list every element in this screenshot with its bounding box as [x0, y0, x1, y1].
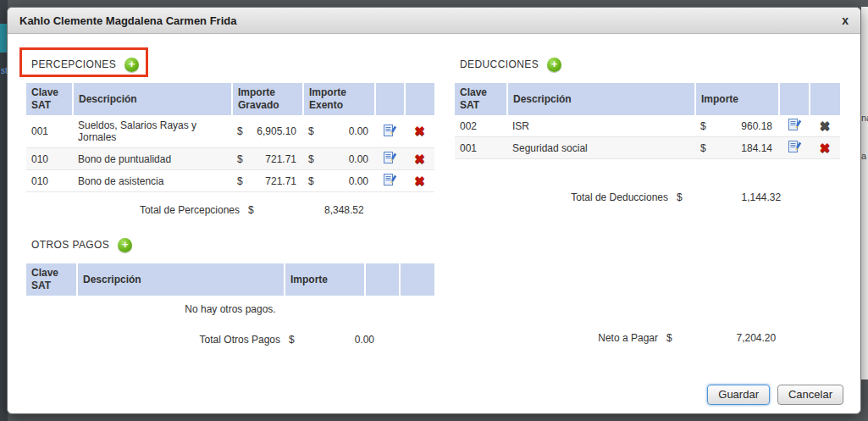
cell-descripcion: Bono de asistencia	[73, 170, 232, 192]
cell-importe: $960.18	[700, 120, 774, 132]
currency-sign: $	[237, 153, 243, 165]
col-header-edit	[779, 83, 810, 115]
cell-importe: $184.14	[700, 142, 774, 154]
total-deducciones-value: 1,144.32	[683, 191, 840, 203]
currency-sign: $	[237, 125, 243, 137]
currency-sign: $	[666, 332, 672, 344]
cell-clave: 010	[26, 170, 73, 192]
col-header-clave-sat: Clave SAT	[26, 263, 77, 296]
cell-importe-gravado: $6,905.10	[237, 125, 298, 137]
col-header-edit	[365, 263, 400, 296]
edit-icon[interactable]	[788, 140, 802, 153]
percepciones-header-row: Clave SAT Descripción Importe Gravado Im…	[26, 83, 434, 115]
col-header-edit	[375, 83, 405, 115]
total-percepciones-label: Total de Percepciones	[26, 204, 240, 216]
cell-importe-gravado: $721.71	[237, 153, 298, 165]
cell-importe-exento: $0.00	[308, 125, 370, 137]
currency-sign: $	[700, 142, 706, 154]
cell-clave: 002	[455, 115, 507, 137]
cancel-button[interactable]: Cancelar	[777, 385, 843, 405]
col-header-importe-exento: Importe Exento	[303, 83, 375, 115]
percepciones-section-header: PERCEPCIONES	[26, 54, 139, 75]
percepciones-table: Clave SAT Descripción Importe Gravado Im…	[26, 83, 434, 192]
otros-pagos-title: OTROS PAGOS	[31, 239, 109, 251]
currency-sign: $	[700, 120, 706, 132]
col-header-delete	[400, 263, 434, 296]
cell-importe-gravado: $721.71	[237, 175, 298, 187]
deducciones-table: Clave SAT Descripción Importe 002 ISR $9…	[455, 83, 840, 159]
modal-title: Kahlo Clemente Magdalena Carmen Frida	[19, 14, 842, 27]
col-header-delete	[810, 83, 840, 115]
currency-sign: $	[308, 175, 314, 187]
total-otros-pagos-label: Total Otros Pagos	[26, 334, 280, 346]
table-row: 002 ISR $960.18	[455, 115, 840, 137]
deducciones-title: DEDUCCIONES	[460, 58, 539, 70]
amount: 721.71	[265, 175, 298, 187]
modal-body: PERCEPCIONES Clave SAT Descripción Impor…	[8, 34, 860, 346]
cell-importe-exento: $0.00	[308, 175, 370, 187]
otros-pagos-table: Clave SAT Descripción Importe	[26, 263, 434, 296]
col-header-clave-sat: Clave SAT	[455, 83, 507, 115]
otros-pagos-header-row: Clave SAT Descripción Importe	[26, 263, 434, 296]
amount: 0.00	[349, 153, 370, 165]
col-header-descripcion: Descripción	[507, 83, 695, 115]
cell-importe-exento: $0.00	[308, 153, 370, 165]
edit-icon[interactable]	[383, 173, 397, 186]
table-row: 010 Bono de asistencia $721.71 $0.00	[26, 170, 434, 192]
percepciones-title: PERCEPCIONES	[31, 58, 116, 70]
col-header-delete	[405, 83, 434, 115]
table-row: 001 Seguridad social $184.14	[455, 137, 840, 159]
otros-pagos-section-header: OTROS PAGOS	[26, 235, 132, 255]
amount: 721.71	[265, 153, 298, 165]
amount: 0.00	[349, 175, 370, 187]
otros-pagos-empty-message: No hay otros pagos.	[26, 296, 434, 320]
delete-icon[interactable]	[414, 125, 425, 137]
neto-a-pagar-value: 7,204.20	[672, 332, 840, 344]
save-button[interactable]: Guardar	[707, 385, 770, 405]
percepciones-column: PERCEPCIONES Clave SAT Descripción Impor…	[26, 54, 434, 346]
edit-icon[interactable]	[788, 118, 802, 131]
neto-a-pagar-row: Neto a Pagar $ 7,204.20	[455, 332, 840, 344]
total-percepciones-row: Total de Percepciones $ 8,348.52	[26, 204, 434, 216]
cell-descripcion: Bono de puntualidad	[73, 148, 232, 170]
col-header-descripcion: Descripción	[77, 263, 285, 296]
col-header-clave-sat: Clave SAT	[26, 83, 73, 115]
background-right-strip: na a	[861, 7, 868, 379]
total-deducciones-row: Total de Deducciones $ 1,144.32	[455, 191, 840, 203]
total-otros-pagos-row: Total Otros Pagos $ 0.00	[26, 334, 434, 346]
total-deducciones-label: Total de Deducciones	[455, 191, 668, 203]
delete-icon[interactable]	[414, 174, 425, 187]
add-deduccion-icon[interactable]	[547, 58, 561, 72]
deducciones-section-header: DEDUCCIONES	[455, 54, 561, 75]
close-icon[interactable]: x	[842, 14, 849, 26]
edit-icon[interactable]	[383, 151, 397, 164]
add-percepcion-icon[interactable]	[124, 58, 139, 72]
cell-clave: 010	[26, 148, 73, 170]
add-otro-pago-icon[interactable]	[118, 238, 132, 252]
currency-sign: $	[308, 125, 314, 137]
background-text-fragment-right-1: na	[861, 113, 868, 123]
currency-sign: $	[308, 153, 314, 165]
cell-descripcion: Sueldos, Salarios Rayas y Jornales	[73, 115, 232, 148]
amount: 6,905.10	[257, 125, 298, 137]
delete-icon[interactable]	[820, 141, 831, 154]
amount: 184.14	[741, 142, 774, 154]
cell-clave: 001	[455, 137, 507, 159]
cell-descripcion: ISR	[507, 115, 695, 137]
edit-icon[interactable]	[383, 124, 397, 137]
deducciones-column: DEDUCCIONES Clave SAT Descripción Import…	[455, 54, 840, 346]
delete-icon[interactable]	[414, 152, 425, 165]
deducciones-header-row: Clave SAT Descripción Importe	[455, 83, 840, 115]
cell-clave: 001	[26, 115, 73, 148]
col-header-importe: Importe	[695, 83, 779, 115]
modal-header: Kahlo Clemente Magdalena Carmen Frida x	[8, 8, 860, 34]
col-header-descripcion: Descripción	[73, 83, 232, 115]
payroll-detail-modal: Kahlo Clemente Magdalena Carmen Frida x …	[7, 7, 861, 414]
delete-icon-disabled[interactable]	[820, 119, 831, 132]
table-row: 010 Bono de puntualidad $721.71 $0.00	[26, 148, 434, 170]
amount: 0.00	[349, 125, 370, 137]
col-header-importe: Importe	[285, 263, 365, 296]
total-otros-pagos-value: 0.00	[295, 334, 434, 346]
neto-a-pagar-label: Neto a Pagar	[455, 332, 658, 344]
currency-sign: $	[289, 334, 295, 346]
